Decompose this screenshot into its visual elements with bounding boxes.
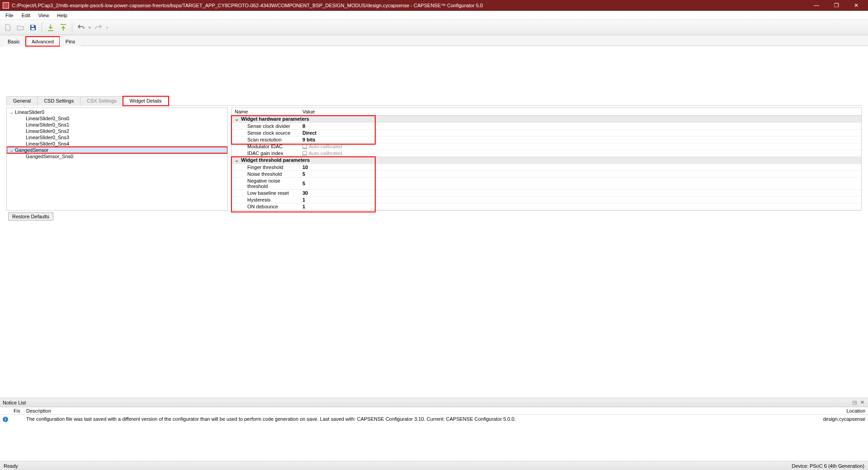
notice-title: Notice List <box>3 400 26 405</box>
expand-icon[interactable]: ⌄ <box>9 109 15 115</box>
new-file-icon[interactable] <box>3 23 13 33</box>
subtab-csd[interactable]: CSD Settings <box>37 96 80 106</box>
main-content: General CSD Settings CSX Settings Widget… <box>0 92 868 226</box>
close-button[interactable]: ✕ <box>847 0 865 10</box>
property-value[interactable]: 30 <box>300 190 861 197</box>
notice-col-fix[interactable]: Fix <box>11 407 24 415</box>
tree-parent-item[interactable]: ⌄LinearSlider0 <box>7 109 227 115</box>
tab-basic[interactable]: Basic <box>2 37 26 46</box>
property-row[interactable]: Finger threshold10 <box>232 164 861 171</box>
open-file-icon[interactable] <box>15 23 25 33</box>
property-value[interactable]: Auto-calibrated <box>300 143 861 150</box>
property-row[interactable]: Noise threshold5 <box>232 171 861 178</box>
minimize-button[interactable]: ― <box>807 0 826 10</box>
property-table: Name Value ⌄Widget hardware parametersSe… <box>232 108 861 210</box>
tree-item-label: LinearSlider0 <box>15 109 44 115</box>
tree-child-item[interactable]: LinearSlider0_Sns1 <box>7 122 227 128</box>
tree-child-item[interactable]: LinearSlider0_Sns4 <box>7 141 227 147</box>
property-value[interactable]: 5 <box>300 178 861 190</box>
property-group[interactable]: ⌄Widget hardware parameters <box>232 116 861 123</box>
status-left: Ready <box>4 463 18 469</box>
property-row[interactable]: Sense clock divider8 <box>232 123 861 130</box>
property-name: Negative noise threshold <box>232 178 300 190</box>
collapse-icon[interactable]: ⌄ <box>235 116 241 122</box>
property-name: Noise threshold <box>232 171 300 178</box>
undo-icon[interactable] <box>76 23 86 33</box>
tree-child-item[interactable]: GangedSensor_Sns0 <box>7 153 227 160</box>
toolbar: ▾ ▾ <box>0 20 868 35</box>
col-value[interactable]: Value <box>300 108 861 116</box>
property-name: IDAC gain index <box>232 150 300 157</box>
undo-dropdown-icon[interactable]: ▾ <box>89 25 91 30</box>
tree-child-item[interactable]: LinearSlider0_Sns0 <box>7 115 227 122</box>
group-label: Widget hardware parameters <box>241 116 309 122</box>
tree-parent-item[interactable]: ⌄GangedSensor <box>7 147 227 153</box>
property-row[interactable]: Scan resolution9 bits <box>232 136 861 143</box>
widget-tree[interactable]: ⌄LinearSlider0LinearSlider0_Sns0LinearSl… <box>7 108 227 210</box>
lock-icon <box>302 151 307 155</box>
import-icon[interactable] <box>46 23 56 33</box>
subtab-csx[interactable]: CSX Settings <box>80 96 123 106</box>
tab-advanced[interactable]: Advanced <box>26 37 60 46</box>
lock-icon <box>302 144 307 149</box>
notice-location: design.cycapsense <box>809 415 868 424</box>
restore-defaults-button[interactable]: Restore Defaults <box>8 212 53 221</box>
redo-icon[interactable] <box>94 23 104 33</box>
notice-close-icon[interactable]: ✕ <box>859 400 865 405</box>
tree-item-label: LinearSlider0_Sns1 <box>26 122 69 127</box>
tree-item-label: LinearSlider0_Sns3 <box>26 135 69 140</box>
property-row[interactable]: Modulator IDACAuto-calibrated <box>232 143 861 150</box>
col-name[interactable]: Name <box>232 108 300 116</box>
property-row[interactable]: IDAC gain indexAuto-calibrated <box>232 150 861 157</box>
property-value[interactable]: Direct <box>300 130 861 136</box>
notice-col-desc[interactable]: Description <box>24 407 809 415</box>
statusbar: Ready Device: PSoC 6 (4th Generation) <box>0 461 868 470</box>
tree-item-label: LinearSlider0_Sns4 <box>26 141 69 146</box>
group-label: Widget threshold parameters <box>241 157 310 163</box>
subtab-widget-details[interactable]: Widget Details <box>123 96 169 106</box>
menu-help[interactable]: Help <box>53 12 71 19</box>
subtab-general[interactable]: General <box>6 96 38 106</box>
export-icon[interactable] <box>58 23 68 33</box>
svg-rect-0 <box>31 25 34 27</box>
svg-rect-1 <box>31 28 35 30</box>
toolbar-separator <box>72 23 72 33</box>
notice-desc: The configuration file was last saved wi… <box>24 415 809 424</box>
property-value[interactable]: 1 <box>300 203 861 210</box>
property-name: Sense clock source <box>232 130 300 136</box>
property-name: ON debounce <box>232 203 300 210</box>
property-value[interactable]: 5 <box>300 171 861 178</box>
tree-item-label: GangedSensor_Sns0 <box>26 154 73 159</box>
property-row[interactable]: Hysteresis1 <box>232 197 861 203</box>
property-row[interactable]: Low baseline reset30 <box>232 190 861 197</box>
redo-dropdown-icon[interactable]: ▾ <box>106 25 108 30</box>
sub-tabs: General CSD Settings CSX Settings Widget… <box>6 96 862 106</box>
property-value[interactable]: Auto-calibrated <box>300 150 861 157</box>
property-value[interactable]: 1 <box>300 197 861 203</box>
property-value[interactable]: 10 <box>300 164 861 171</box>
window-title: C:/Project/LPCap3_2/mtb-example-psoc6-lo… <box>12 3 483 8</box>
menu-view[interactable]: View <box>35 12 53 19</box>
property-row[interactable]: Sense clock sourceDirect <box>232 130 861 136</box>
save-icon[interactable] <box>28 23 38 33</box>
property-name: Scan resolution <box>232 136 300 143</box>
property-value[interactable]: 8 <box>300 123 861 130</box>
property-name: Modulator IDAC <box>232 143 300 150</box>
notice-row[interactable]: iThe configuration file was last saved w… <box>0 415 868 424</box>
property-row[interactable]: Negative noise threshold5 <box>232 178 861 190</box>
notice-col-loc[interactable]: Location <box>809 407 868 415</box>
property-row[interactable]: ON debounce1 <box>232 203 861 210</box>
tab-pins[interactable]: Pins <box>60 37 81 46</box>
tree-child-item[interactable]: LinearSlider0_Sns3 <box>7 134 227 141</box>
property-group[interactable]: ⌄Widget threshold parameters <box>232 157 861 164</box>
menu-edit[interactable]: Edit <box>18 12 34 19</box>
expand-icon[interactable]: ⌄ <box>9 147 15 153</box>
titlebar: C:/Project/LPCap3_2/mtb-example-psoc6-lo… <box>0 0 868 11</box>
collapse-icon[interactable]: ⌄ <box>235 157 241 163</box>
widget-tree-pane: ⌄LinearSlider0LinearSlider0_Sns0LinearSl… <box>6 108 228 211</box>
maximize-button[interactable]: ❐ <box>827 0 845 10</box>
menu-file[interactable]: File <box>2 12 17 19</box>
tree-child-item[interactable]: LinearSlider0_Sns2 <box>7 128 227 134</box>
notice-popout-icon[interactable]: ◳ <box>851 400 858 405</box>
property-value[interactable]: 9 bits <box>300 136 861 143</box>
